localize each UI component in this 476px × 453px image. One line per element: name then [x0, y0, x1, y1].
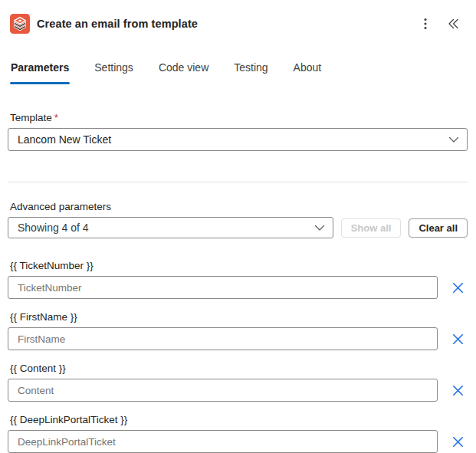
field-label: {{ FirstName }}	[10, 311, 468, 323]
clear-all-button[interactable]: Clear all	[409, 218, 468, 238]
kebab-menu-icon	[419, 17, 432, 31]
field-row-ticketnumber: {{ TicketNumber }}	[8, 260, 468, 299]
parameter-fields: {{ TicketNumber }} {{ FirstName }}	[8, 260, 468, 453]
tab-about[interactable]: About	[293, 61, 323, 84]
firstname-input[interactable]	[8, 327, 438, 350]
action-title: Create an email from template	[37, 18, 415, 30]
advanced-filter-value: Showing 4 of 4	[18, 222, 314, 234]
tab-settings[interactable]: Settings	[94, 61, 134, 84]
field-label: {{ DeepLinkPortalTicket }}	[10, 414, 468, 425]
tab-parameters[interactable]: Parameters	[10, 61, 70, 84]
dismiss-x-icon	[452, 282, 464, 294]
field-row-firstname: {{ FirstName }}	[8, 311, 468, 350]
template-selected-value: Lancom New Ticket	[18, 133, 448, 146]
dismiss-x-icon	[452, 436, 464, 448]
chevron-down-icon	[314, 225, 325, 231]
template-label: Template*	[10, 112, 468, 123]
field-row-deeplinkportalticket: {{ DeepLinkPortalTicket }}	[8, 414, 468, 453]
content-input[interactable]	[8, 379, 438, 402]
advanced-parameters-label: Advanced parameters	[10, 201, 468, 212]
collapse-panel-button[interactable]	[442, 13, 464, 34]
advanced-filter-select[interactable]: Showing 4 of 4	[8, 217, 333, 238]
remove-field-button[interactable]	[448, 380, 468, 400]
show-all-button[interactable]: Show all	[341, 218, 402, 238]
field-label: {{ TicketNumber }}	[10, 260, 468, 271]
chevron-down-icon	[448, 136, 459, 143]
ticketnumber-input[interactable]	[8, 276, 438, 299]
tab-testing[interactable]: Testing	[233, 61, 268, 84]
advanced-parameters-toolbar: Showing 4 of 4 Show all Clear all	[8, 217, 468, 238]
remove-field-button[interactable]	[448, 432, 468, 451]
remove-field-button[interactable]	[448, 329, 468, 349]
dismiss-x-icon	[452, 385, 464, 396]
deeplinkportalticket-input[interactable]	[8, 430, 438, 453]
action-header: Create an email from template	[0, 0, 476, 35]
dismiss-x-icon	[452, 333, 464, 345]
field-label: {{ Content }}	[10, 363, 468, 374]
section-divider	[8, 182, 468, 182]
field-row-content: {{ Content }}	[8, 363, 468, 402]
tab-code-view[interactable]: Code view	[158, 61, 209, 84]
double-chevron-left-icon	[447, 18, 460, 30]
template-select[interactable]: Lancom New Ticket	[8, 128, 468, 151]
connector-icon	[10, 14, 30, 34]
more-options-button[interactable]	[415, 13, 436, 34]
required-asterisk: *	[54, 112, 58, 123]
remove-field-button[interactable]	[448, 277, 468, 297]
tab-bar: Parameters Settings Code view Testing Ab…	[10, 61, 476, 84]
